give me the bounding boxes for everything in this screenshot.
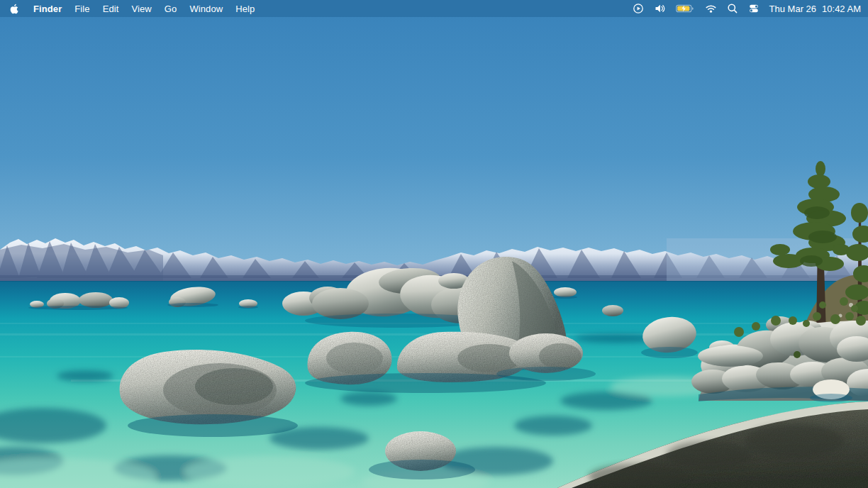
menu-finder[interactable]: Finder — [27, 0, 68, 17]
battery-charging-icon[interactable] — [676, 0, 695, 17]
menu-go[interactable]: Go — [158, 0, 184, 17]
menu-edit-label: Edit — [103, 4, 119, 14]
menu-bar-status: Thu Mar 26 10:42 AM — [633, 0, 868, 17]
clock-date: Thu Mar 26 — [769, 4, 816, 14]
wifi-icon[interactable] — [705, 0, 717, 17]
menu-window[interactable]: Window — [183, 0, 229, 17]
menu-view-label: View — [132, 4, 152, 14]
volume-icon[interactable] — [654, 0, 666, 17]
spotlight-icon[interactable] — [727, 0, 738, 17]
menu-bar-left: Finder File Edit View Go Window Help — [0, 0, 261, 17]
menu-file-label: File — [74, 4, 89, 14]
menu-go-label: Go — [165, 4, 177, 14]
apple-logo-icon — [9, 3, 19, 15]
desktop-wallpaper[interactable] — [0, 0, 868, 488]
menu-window-label: Window — [189, 4, 223, 14]
menu-edit[interactable]: Edit — [96, 0, 126, 17]
menu-help[interactable]: Help — [229, 0, 261, 17]
menu-help-label: Help — [235, 4, 255, 14]
desktop[interactable]: Finder File Edit View Go Window Help — [0, 0, 868, 488]
now-playing-icon[interactable] — [633, 0, 644, 17]
clock-time: 10:42 AM — [822, 4, 861, 14]
menu-finder-label: Finder — [33, 4, 62, 14]
menu-view[interactable]: View — [126, 0, 158, 17]
control-center-icon[interactable] — [748, 0, 760, 17]
menu-file[interactable]: File — [68, 0, 96, 17]
menu-bar: Finder File Edit View Go Window Help — [0, 0, 868, 17]
menu-bar-clock[interactable]: Thu Mar 26 10:42 AM — [769, 0, 861, 17]
apple-menu[interactable] — [0, 0, 27, 17]
